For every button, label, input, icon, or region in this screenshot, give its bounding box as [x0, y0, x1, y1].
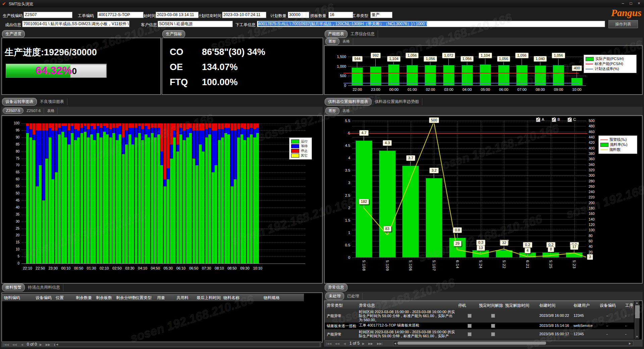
minimize-button[interactable]: – [619, 1, 627, 6]
exception-col-1[interactable]: 异常信息 [359, 303, 375, 308]
field-input-r2-0[interactable]: 70010914-01 \ 贴片半成品,SS-DIM23,调光小板，V11软件 … [22, 21, 129, 27]
progress-tab-0[interactable]: 生产进度 [2, 30, 25, 38]
metric-key-2: FTQ [170, 77, 188, 88]
release-checkbox[interactable] [491, 324, 495, 328]
filter-checkbox-C[interactable]: ✔ [568, 118, 572, 122]
feeder-count-label: 83 [383, 226, 391, 232]
feeder-view-tab-1[interactable]: 表格 [339, 108, 353, 114]
exception-pager-next-button[interactable]: ▶ [362, 342, 365, 345]
exception-hscrollbar[interactable]: ◀▶ [393, 341, 633, 346]
material-hscrollbar[interactable]: ◀ [55, 342, 320, 347]
exception-pager-fastnext-button[interactable]: ▶▶ [368, 342, 373, 345]
exception-pager-last-button[interactable]: ▶▶| [377, 342, 382, 345]
capacity-tab-0[interactable]: 产能图表 [325, 30, 347, 38]
exception-state-tab-0[interactable]: 未处理 [325, 292, 344, 300]
exception-col-8[interactable]: 工序 [625, 303, 633, 308]
exception-pager-prev-button[interactable]: ◀ [343, 342, 346, 345]
material-col-5[interactable]: 剩余分钟数 [116, 295, 136, 301]
feeder-tab-0[interactable]: 供料器位置抛料率图表 [325, 98, 372, 106]
exception-col-6[interactable]: 创建用户 [574, 303, 590, 308]
capacity-bar [407, 65, 418, 85]
feeder-tab-1[interactable]: 供料器位置抛料率趋势图 [372, 98, 422, 105]
metrics-tab-0[interactable]: 生产指标 [162, 30, 185, 38]
material-col-6[interactable]: 位置类型 [136, 295, 152, 301]
runrate-bar-seg [103, 123, 106, 126]
material-tab-1[interactable]: 待清点共用料信息 [25, 284, 63, 291]
exception-pager-first-button[interactable]: |◀◀ [326, 342, 331, 345]
runrate-bar-seg [154, 123, 157, 128]
exception-col-7[interactable]: 设备编码 [600, 303, 616, 308]
material-pager-fastnext-button[interactable]: ▶▶ [46, 343, 50, 346]
exception-state-tab-1[interactable]: 已处理 [344, 293, 363, 300]
material-col-11[interactable]: 物料规格 [264, 295, 280, 301]
field-input-4[interactable]: 30000 [288, 12, 309, 18]
field-input-6[interactable]: 量产 [370, 12, 392, 18]
material-pager-first-button[interactable]: |◀◀ [3, 343, 9, 346]
runrate-bar-seg [42, 123, 45, 130]
runrate-tab-1[interactable]: 不良项目图表 [37, 98, 67, 105]
material-pager-next-button[interactable]: ▶ [40, 343, 42, 346]
vscroll-thumb[interactable] [635, 305, 640, 318]
exception-hscroll-right-arrow[interactable]: ▶ [629, 342, 631, 345]
stop-checkbox[interactable] [468, 314, 472, 318]
capacity-view-tab-1[interactable]: 表格 [339, 38, 353, 45]
exception-col-2[interactable]: 停机 [458, 303, 466, 308]
exception-type: 锡膏板未逐一巡检 [327, 324, 358, 329]
exception-hscroll-thumb[interactable] [397, 342, 546, 345]
material-col-8[interactable]: 共用料 [176, 295, 189, 301]
close-button[interactable]: × [635, 1, 643, 6]
action-list-button[interactable]: 操作列表 [608, 20, 638, 28]
runrate-bar-seg [109, 137, 112, 264]
material-col-9[interactable]: 最后上料时间 [197, 295, 221, 301]
runrate-device-tab-0[interactable]: Z2S07-5 [3, 108, 23, 114]
release-checkbox[interactable] [491, 314, 495, 318]
capacity-value-label: 944 [352, 56, 362, 62]
material-tab-0[interactable]: 接料预警 [2, 284, 25, 291]
material-col-0[interactable]: 物料编码 [4, 295, 20, 301]
field-input-r2-1[interactable]: SOSEN \ 崧盛电源 [158, 21, 233, 27]
exception-row-1[interactable]: 锡膏板未逐一巡检工单 40017712-S-TOP 锡膏板未巡检2023/3/8… [325, 323, 634, 330]
runrate-device-tab-1[interactable]: Z2S07-6 [23, 108, 44, 113]
capacity-legend-entry-0: 实际产能(PCS/H) [586, 56, 635, 61]
feeder-rtick: 460 [589, 130, 600, 134]
field-input-r2-2[interactable]: 40017875-S-ALL \ 70010937(贴片半成品，120CNL-1… [257, 21, 605, 27]
material-hscroll-left-arrow[interactable]: ◀ [56, 343, 58, 346]
exception-pager-fastprev-button[interactable]: ◀◀ [335, 342, 339, 345]
field-input-2[interactable]: 2023-03-08 13:14:11 [156, 12, 199, 18]
material-col-4[interactable]: 剩余板数 [96, 295, 112, 301]
field-input-3[interactable]: 2023-03-10 07:24:11 [222, 12, 266, 18]
vscroll-up-arrow[interactable]: ▲ [636, 301, 638, 304]
material-col-3[interactable]: 剩余数量 [76, 295, 92, 301]
material-col-2[interactable]: 位置 [56, 295, 64, 301]
material-col-10[interactable]: 物料名称 [223, 295, 239, 301]
exception-col-3[interactable]: 预定时间解除 [479, 303, 503, 308]
exception-row-2[interactable]: 产能异常时间区间 2023-03-08 14:00:00 - 2023-03-0… [325, 329, 634, 339]
exception-vscrollbar[interactable]: ▲▼ [635, 301, 639, 339]
created-time: 2023/3/8 15:14:16 [539, 324, 572, 328]
field-input-0[interactable]: Z2S07 [23, 12, 72, 18]
capacity-tab-1[interactable]: 工序综合信息 [347, 31, 378, 38]
capacity-view-tab-0[interactable]: 图形 [325, 38, 339, 45]
filter-checkbox-A[interactable]: ✔ [536, 118, 540, 122]
material-pager-fastprev-button[interactable]: ◀◀ [12, 343, 17, 346]
material-pager-prev-button[interactable]: ◀ [21, 343, 23, 346]
exception-tab-0[interactable]: 异常信息 [325, 284, 347, 291]
runrate-device-tab-2[interactable]: 表格 [44, 108, 58, 114]
exception-col-5[interactable]: 创建时间 [539, 303, 555, 308]
capacity-xlabel-9: 07:00 [515, 88, 529, 92]
material-col-7[interactable]: 用量 [157, 295, 165, 301]
field-input-5[interactable]: 16 [328, 12, 353, 18]
exception-hscroll-left-arrow[interactable]: ◀ [394, 342, 396, 345]
exception-row-0[interactable]: 产能异常时间区间 2023-03-08 15:00:00 - 2023-03-0… [325, 309, 634, 323]
exception-col-4[interactable]: 预定解除时间 [505, 303, 529, 308]
feeder-view-tab-0[interactable]: 图形 [325, 107, 339, 114]
exception-col-0[interactable]: 异常类型 [327, 303, 343, 308]
release-checkbox[interactable] [491, 332, 495, 336]
material-col-1[interactable]: 设备编码 [36, 295, 52, 301]
vscroll-down-arrow[interactable]: ▼ [636, 335, 638, 338]
maximize-button[interactable]: □ [627, 1, 635, 6]
stop-checkbox[interactable] [468, 332, 472, 336]
filter-checkbox-B[interactable]: ✔ [552, 118, 556, 122]
stop-checkbox[interactable] [468, 324, 472, 328]
runrate-tab-0[interactable]: 设备运转率图表 [2, 98, 37, 106]
